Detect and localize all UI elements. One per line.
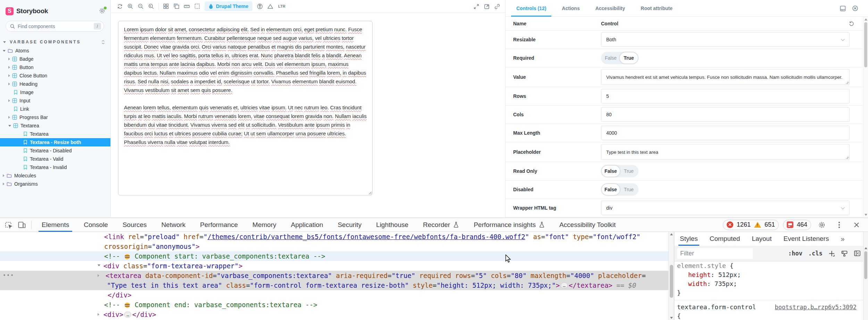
ltr-toggle-button[interactable]: LTR	[275, 4, 288, 8]
code-line[interactable]: <link rel="preload" href="/themes/contri…	[0, 232, 674, 242]
style-property[interactable]: width: 735px;	[674, 279, 863, 288]
tree-item-heading[interactable]: Heading	[0, 80, 110, 88]
fullscreen-button[interactable]	[471, 2, 482, 11]
control-textarea[interactable]: Type test in this text area	[601, 144, 850, 160]
scroll-down-arrow[interactable]	[670, 317, 673, 319]
addon-tab-actions[interactable]: Actions	[557, 0, 585, 16]
styles-scrollbar[interactable]	[863, 232, 868, 320]
search-input[interactable]: Find components /	[6, 21, 104, 32]
addon-tab-accessibility[interactable]: Accessibility	[590, 0, 631, 16]
panel-position-icon[interactable]	[840, 6, 846, 11]
inline-expand-icon[interactable]: …	[124, 312, 131, 318]
more-tabs-icon[interactable]: »	[841, 235, 844, 243]
code-line[interactable]: <!-- Component start: varbase_components…	[0, 251, 674, 261]
inspect-element-button[interactable]	[2, 219, 15, 231]
toggle-option-false[interactable]: False	[602, 52, 620, 64]
control-input[interactable]	[601, 126, 850, 140]
pseudo-state-button[interactable]: :hov	[788, 250, 802, 257]
code-line[interactable]: <div>…</div>	[0, 310, 674, 319]
remount-button[interactable]	[115, 1, 125, 11]
chevron-right-icon[interactable]	[8, 66, 10, 69]
devtools-tab-elements[interactable]: Elements	[34, 218, 76, 232]
close-panel-icon[interactable]	[852, 5, 858, 11]
scrollbar-thumb[interactable]	[670, 265, 673, 298]
scroll-up-arrow[interactable]	[865, 247, 867, 249]
tree-root-row[interactable]: VARBASE COMPONENTS	[0, 37, 110, 47]
copy-link-button[interactable]	[492, 2, 502, 11]
style-rule-selector[interactable]: element.style {	[674, 261, 863, 270]
scrollbar-thumb[interactable]	[864, 22, 867, 67]
code-line[interactable]: <!-- Component end: varbase_components:t…	[0, 300, 674, 310]
toggle-option-true[interactable]: True	[620, 166, 638, 177]
chevron-right-icon[interactable]	[3, 183, 5, 185]
devtools-tab-console[interactable]: Console	[76, 218, 115, 232]
scroll-up-arrow[interactable]	[865, 18, 867, 20]
expander-closed-icon[interactable]	[98, 313, 99, 316]
zoom-in-button[interactable]	[125, 1, 135, 11]
addons-scrollbar[interactable]	[863, 17, 868, 218]
tree-item-textarea-disabled[interactable]: Textarea - Disabled	[0, 146, 110, 155]
styles-tab-styles[interactable]: Styles	[680, 232, 698, 246]
control-toggle[interactable]: FalseTrue	[601, 52, 639, 64]
control-toggle[interactable]: FalseTrue	[601, 183, 639, 196]
resize-handle[interactable]	[368, 191, 372, 194]
toggle-option-false[interactable]: False	[602, 184, 620, 195]
styles-tab-computed[interactable]: Computed	[710, 232, 740, 246]
class-toggle-button[interactable]: .cls	[808, 250, 823, 257]
background-grid-button[interactable]	[161, 1, 171, 11]
tree-item-textarea-valid[interactable]: Textarea - Valid	[0, 155, 110, 163]
chevron-right-icon[interactable]	[8, 58, 10, 60]
scroll-up-arrow[interactable]	[670, 233, 673, 235]
tree-item-input[interactable]: Input	[0, 96, 110, 105]
console-badge-group[interactable]: ✕ 1261 651	[723, 220, 779, 230]
expander-closed-icon[interactable]	[98, 274, 99, 277]
tree-item-molecules[interactable]: Molecules	[0, 171, 110, 180]
chevron-right-icon[interactable]	[8, 83, 10, 85]
zoom-out-button[interactable]	[135, 1, 146, 11]
devtools-close-button[interactable]	[850, 219, 863, 231]
code-line[interactable]: •••<textarea data-component-id="varbase_…	[0, 271, 674, 280]
inline-expand-icon[interactable]: …	[561, 283, 568, 288]
measure-button[interactable]	[182, 1, 192, 11]
theme-selector-button[interactable]: Drupal Theme	[205, 1, 252, 11]
reset-controls-icon[interactable]	[849, 21, 854, 26]
devtools-menu-button[interactable]	[833, 219, 846, 231]
devtools-tab-memory[interactable]: Memory	[245, 218, 284, 232]
addon-tab-root-attribute[interactable]: Root attribute	[635, 0, 678, 16]
devtools-tab-lighthouse[interactable]: Lighthouse	[369, 218, 416, 232]
issues-badge-group[interactable]: 464	[783, 220, 811, 230]
devtools-tab-application[interactable]: Application	[284, 218, 331, 232]
toggle-option-false[interactable]: False	[602, 166, 620, 177]
tree-item-button[interactable]: Button	[0, 63, 110, 71]
code-line[interactable]: "Type test in this text area" class="for…	[0, 280, 674, 290]
preview-textarea[interactable]: Lorem ipsum dolor sit amet, consectetur …	[118, 21, 373, 195]
device-toolbar-button[interactable]	[15, 219, 28, 231]
expander-open-icon[interactable]	[98, 264, 100, 266]
toggle-option-true[interactable]: True	[620, 52, 638, 64]
stylesheet-source-link[interactable]: bootstrap.b…rzp6v5:3092	[775, 303, 857, 312]
control-input[interactable]	[601, 89, 850, 103]
outline-button[interactable]	[192, 1, 202, 11]
tree-item-progress-bar[interactable]: Progress Bar	[0, 113, 110, 121]
toggle-sidebar-icon[interactable]	[854, 250, 861, 256]
devtools-tab-sources[interactable]: Sources	[115, 218, 154, 232]
tree-item-atoms[interactable]: Atoms	[0, 47, 110, 55]
styles-tab-layout[interactable]: Layout	[752, 232, 771, 246]
elements-scrollbar[interactable]	[668, 232, 674, 320]
tree-item-link[interactable]: Link	[0, 105, 110, 113]
devtools-tab-performance[interactable]: Performance	[193, 218, 245, 232]
tree-item-textarea-invalid[interactable]: Textarea - Invalid	[0, 163, 110, 171]
open-new-tab-button[interactable]	[482, 2, 492, 11]
code-line[interactable]: </div>	[0, 290, 674, 300]
tree-item-image[interactable]: Image	[0, 88, 110, 96]
devtools-tab-accessibility-toolkit[interactable]: Accessibility Toolkit	[552, 218, 623, 232]
tree-item-organisms[interactable]: Organisms	[0, 180, 110, 188]
styles-tab-event-listeners[interactable]: Event Listeners	[783, 232, 829, 246]
tree-item-textarea-resize-both[interactable]: Textarea - Resize both	[0, 138, 110, 146]
style-rule-selector[interactable]: textarea.form-controlbootstrap.b…rzp6v5:…	[674, 303, 863, 312]
devtools-tab-performance-insights[interactable]: Performance insights	[466, 218, 552, 232]
code-line[interactable]: <div class="form-textarea-wrapper">	[0, 261, 674, 271]
devtools-settings-button[interactable]	[815, 219, 828, 231]
tree-item-close-button[interactable]: Close Button	[0, 71, 110, 80]
chevron-right-icon[interactable]	[3, 174, 5, 177]
